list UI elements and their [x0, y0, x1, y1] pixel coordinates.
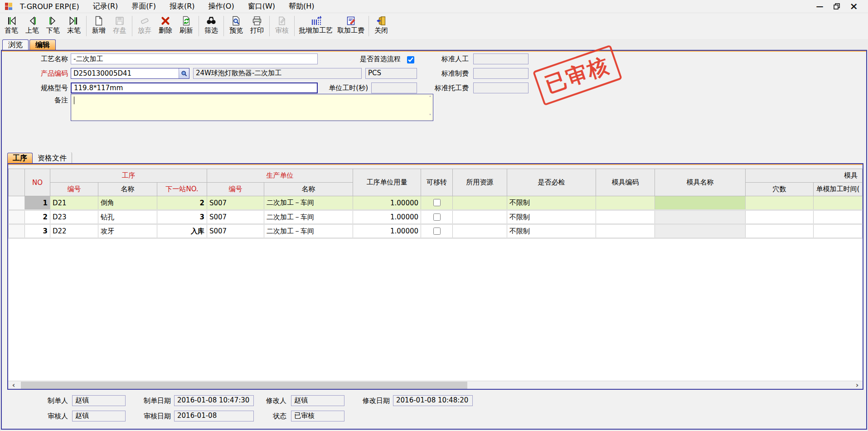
cell-mold-code[interactable]: [596, 210, 655, 224]
cell-process-code[interactable]: D22: [50, 224, 98, 238]
scroll-up-icon[interactable]: ˄: [429, 96, 432, 101]
cell-unit-code[interactable]: S007: [207, 210, 264, 224]
cell-unit-name[interactable]: 二次加工－车间: [264, 224, 353, 238]
cell-qty[interactable]: 1.00000: [353, 210, 421, 224]
tab-qualification-docs[interactable]: 资格文件: [33, 152, 72, 163]
toolbar-label: 末笔: [67, 27, 81, 34]
cell-cavity[interactable]: [746, 196, 814, 210]
cell-unit-name[interactable]: 二次加工－车间: [264, 210, 353, 224]
cell-inspect[interactable]: 不限制: [507, 224, 596, 238]
product-code-input[interactable]: [71, 68, 179, 78]
cell-process-code[interactable]: D23: [50, 210, 98, 224]
close-window-button[interactable]: ×: [850, 3, 858, 10]
cell-resource[interactable]: [453, 196, 507, 210]
delete-button[interactable]: 删除: [155, 14, 176, 34]
cell-inspect[interactable]: 不限制: [507, 196, 596, 210]
last-record-button[interactable]: 末笔: [63, 14, 84, 34]
cell-mold-name[interactable]: [655, 224, 746, 238]
cell-next-no[interactable]: 3: [157, 210, 207, 224]
tab-edit[interactable]: 编辑: [29, 39, 56, 50]
menu-help[interactable]: 帮助(H): [282, 2, 321, 11]
std-outwork-field[interactable]: [473, 82, 529, 93]
last-record-icon: [68, 15, 79, 27]
cell-qty[interactable]: 1.00000: [353, 196, 421, 210]
menu-record[interactable]: 记录(R): [86, 2, 125, 11]
save-button[interactable]: 存盘: [109, 14, 130, 34]
first-record-button[interactable]: 首笔: [1, 14, 22, 34]
cell-unit-code[interactable]: S007: [207, 224, 264, 238]
scroll-left-icon[interactable]: ‹: [8, 382, 19, 389]
col-unit-name: 名称: [264, 183, 353, 196]
minimize-button[interactable]: —: [816, 3, 824, 10]
cell-resource[interactable]: [453, 224, 507, 238]
scroll-right-icon[interactable]: ›: [852, 382, 863, 389]
product-lookup-button[interactable]: [179, 68, 189, 78]
cell-mold-code[interactable]: [596, 224, 655, 238]
movable-checkbox[interactable]: [433, 228, 441, 235]
status-field: 已审核: [291, 411, 344, 421]
close-button[interactable]: 关闭: [371, 14, 392, 34]
prev-record-button[interactable]: 上笔: [22, 14, 43, 34]
cell-mold-time[interactable]: [814, 224, 863, 238]
refresh-button[interactable]: 刷新: [176, 14, 197, 34]
movable-checkbox[interactable]: [433, 213, 441, 221]
menu-report[interactable]: 报表(R): [163, 2, 202, 11]
process-name-input[interactable]: [71, 53, 318, 64]
cell-cavity[interactable]: [746, 210, 814, 224]
horizontal-scrollbar[interactable]: ‹ ›: [8, 381, 863, 389]
cell-unit-name[interactable]: 二次加工－车间: [264, 196, 353, 210]
modify-date-field: 2016-01-08 10:48:20: [393, 395, 473, 406]
cell-resource[interactable]: [453, 210, 507, 224]
cell-process-name[interactable]: 倒角: [98, 196, 157, 210]
preferred-flow-checkbox[interactable]: [407, 56, 414, 63]
product-name-field[interactable]: 24W球泡灯散热器-二次加工: [193, 68, 362, 79]
tab-process[interactable]: 工序: [7, 153, 33, 163]
get-fee-button[interactable]: 取加工费: [335, 14, 367, 34]
cell-next-no[interactable]: 入库: [157, 224, 207, 238]
scroll-down-icon[interactable]: ˅: [429, 114, 432, 119]
row-selector[interactable]: [9, 196, 25, 210]
discard-button[interactable]: 放弃: [134, 14, 155, 34]
std-labor-field[interactable]: [473, 53, 529, 64]
batch-add-process-button[interactable]: 批增加工艺: [296, 14, 335, 34]
spec-input[interactable]: [71, 82, 318, 93]
cell-no[interactable]: 2: [25, 210, 50, 224]
tab-browse[interactable]: 浏览: [2, 39, 29, 50]
cell-qty[interactable]: 1.00000: [353, 224, 421, 238]
cell-next-no[interactable]: 2: [157, 196, 207, 210]
cell-cavity[interactable]: [746, 224, 814, 238]
remark-textarea[interactable]: ˄ ˅: [71, 94, 433, 121]
new-button[interactable]: 新增: [88, 14, 109, 34]
cell-mold-time[interactable]: [814, 196, 863, 210]
menu-app[interactable]: T-GROUP ERP(E): [18, 2, 86, 11]
row-selector[interactable]: [9, 224, 25, 238]
menu-window[interactable]: 窗口(W): [241, 2, 282, 11]
cell-inspect[interactable]: 不限制: [507, 210, 596, 224]
cell-process-code[interactable]: D21: [50, 196, 98, 210]
grid-top-gap: [8, 165, 863, 169]
movable-checkbox[interactable]: [433, 199, 441, 206]
cell-mold-name[interactable]: [655, 210, 746, 224]
cell-process-name[interactable]: 攻牙: [98, 224, 157, 238]
cell-unit-code[interactable]: S007: [207, 196, 264, 210]
cell-mold-time[interactable]: [814, 210, 863, 224]
std-overhead-field[interactable]: [473, 68, 529, 79]
menu-operate[interactable]: 操作(O): [202, 2, 241, 11]
row-selector[interactable]: [9, 210, 25, 224]
cell-movable: [421, 196, 453, 210]
audit-button[interactable]: 审核: [272, 14, 292, 34]
preview-button[interactable]: 预览: [226, 14, 247, 34]
menu-interface[interactable]: 界面(F): [125, 2, 163, 11]
filter-button[interactable]: 筛选: [201, 14, 222, 34]
restore-button[interactable]: [834, 3, 840, 10]
scrollbar-thumb[interactable]: [21, 382, 467, 389]
cell-mold-code[interactable]: [596, 196, 655, 210]
unit-time-field[interactable]: [371, 82, 417, 93]
cell-no[interactable]: 1: [25, 196, 50, 210]
unit-field[interactable]: PCS: [365, 68, 417, 79]
print-button[interactable]: 打印: [247, 14, 267, 34]
cell-process-name[interactable]: 钻孔: [98, 210, 157, 224]
next-record-button[interactable]: 下笔: [43, 14, 63, 34]
cell-no[interactable]: 3: [25, 224, 50, 238]
cell-mold-name[interactable]: [655, 196, 746, 210]
